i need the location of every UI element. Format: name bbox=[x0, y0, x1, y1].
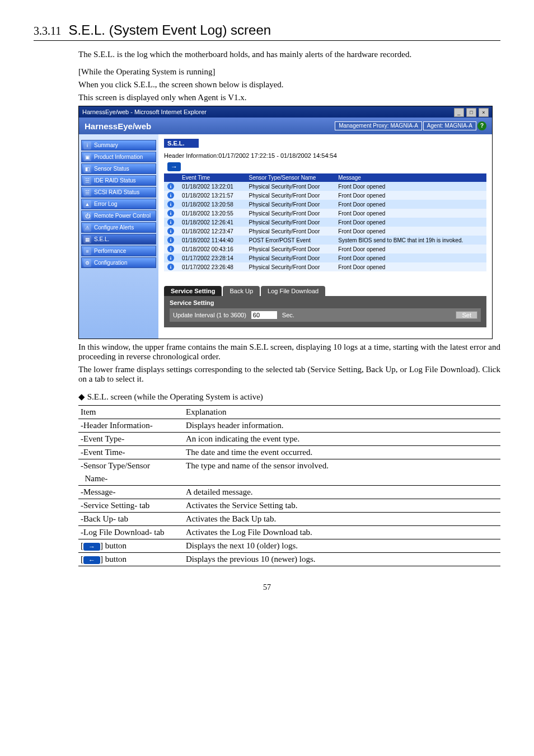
table-row: i01/18/2002 13:21:57Physical Security/Fr… bbox=[164, 191, 486, 200]
disk-icon: ☱ bbox=[83, 177, 91, 185]
section-heading: 3.3.11 S.E.L. (System Event Log) screen bbox=[34, 22, 500, 38]
info-icon: i bbox=[167, 201, 174, 208]
cell-sensor: Physical Security/Front Door bbox=[246, 200, 335, 209]
tab-service-setting[interactable]: Service Setting bbox=[164, 286, 222, 296]
cell-message: Front Door opened bbox=[335, 253, 486, 262]
cell-event-time: 01/18/2002 12:26:41 bbox=[179, 218, 246, 227]
cell-sensor: Physical Security/Front Door bbox=[246, 245, 335, 253]
table-row: i01/18/2002 11:44:40POST Error/POST Even… bbox=[164, 236, 486, 245]
cell-event-time: 01/18/2002 12:23:47 bbox=[179, 227, 246, 236]
service-setting-panel: Service Setting Update Interval (1 to 36… bbox=[164, 296, 486, 327]
cell-sensor: Physical Security/Front Door bbox=[246, 209, 335, 218]
info-icon: i bbox=[167, 183, 174, 190]
tab-log-file-download[interactable]: Log File Download bbox=[261, 286, 325, 296]
page-number: 57 bbox=[34, 583, 500, 592]
sidebar-item-scsi-raid[interactable]: ☱SCSI RAID Status bbox=[81, 187, 156, 198]
exp-item: -Event Time- bbox=[78, 446, 184, 459]
exp-table-heading: ◆ S.E.L. screen (while the Operating Sys… bbox=[78, 392, 500, 402]
note-running: [While the Operating System is running] bbox=[78, 67, 500, 77]
panel-title: S.E.L. bbox=[164, 139, 199, 148]
cell-sensor: Physical Security/Front Door bbox=[246, 227, 335, 236]
cell-sensor: Physical Security/Front Door bbox=[246, 191, 335, 200]
cell-event-time: 01/18/2002 11:44:40 bbox=[179, 236, 246, 245]
next-arrow-icon: → bbox=[83, 543, 100, 551]
interval-input[interactable] bbox=[251, 311, 278, 320]
exp-explanation: The date and time the event occurred. bbox=[184, 446, 500, 459]
tab-back-up[interactable]: Back Up bbox=[223, 286, 260, 296]
cell-message: Front Door opened bbox=[335, 227, 486, 236]
list-item: [→] buttonDisplays the next 10 (older) l… bbox=[78, 539, 500, 553]
sidebar-item-label: Sensor Status bbox=[94, 166, 129, 172]
cell-sensor: Physical Security/Front Door bbox=[246, 182, 335, 191]
list-item: -Message-A detailed message. bbox=[78, 486, 500, 499]
close-button[interactable]: × bbox=[479, 108, 489, 117]
next-page-button[interactable]: → bbox=[167, 162, 181, 171]
maximize-button[interactable]: □ bbox=[466, 108, 476, 117]
sidebar-item-ide-raid[interactable]: ☱IDE RAID Status bbox=[81, 175, 156, 186]
cell-event-time: 01/18/2002 13:22:01 bbox=[179, 182, 246, 191]
window-title: HarnessEye/web - Microsoft Internet Expl… bbox=[82, 106, 207, 118]
exp-explanation: Activates the Back Up tab. bbox=[184, 513, 500, 526]
note-click: When you click S.E.L., the screen shown … bbox=[78, 80, 500, 90]
list-item: [←] buttonDisplays the previous 10 (newe… bbox=[78, 553, 500, 566]
exp-explanation: The type and name of the sensor involved… bbox=[184, 459, 500, 473]
sidebar-item-error-log[interactable]: ▲Error Log bbox=[81, 199, 156, 209]
exp-item: -Service Setting- tab bbox=[78, 499, 184, 513]
exp-col-item: Item bbox=[78, 406, 184, 419]
sidebar-item-remote-power[interactable]: ⏻Remote Power Control bbox=[81, 210, 156, 221]
table-row: i01/18/2002 13:20:55Physical Security/Fr… bbox=[164, 209, 486, 218]
intro-text: The S.E.L. is the log which the motherbo… bbox=[78, 50, 500, 59]
sidebar-item-label: SCSI RAID Status bbox=[94, 189, 139, 195]
sidebar-item-summary[interactable]: iSummary bbox=[81, 140, 156, 151]
window-buttons: _ □ × bbox=[453, 106, 489, 118]
cell-message: Front Door opened bbox=[335, 245, 486, 253]
sidebar-item-configuration[interactable]: ⚙Configuration bbox=[81, 257, 156, 268]
exp-explanation: Displays header information. bbox=[184, 419, 500, 433]
exp-item: -Back Up- tab bbox=[78, 513, 184, 526]
sidebar-item-config-alerts[interactable]: ⚠Configure Alerts bbox=[81, 222, 156, 233]
window-titlebar: HarnessEye/web - Microsoft Internet Expl… bbox=[79, 106, 492, 118]
cell-sensor: Physical Security/Front Door bbox=[246, 262, 335, 271]
exp-col-explanation: Explanation bbox=[184, 406, 500, 419]
agent-label: Agent: MAGNIA-A bbox=[423, 121, 476, 130]
sec-label: Sec. bbox=[282, 312, 294, 318]
info-icon: i bbox=[167, 237, 174, 243]
exp-item: Name- bbox=[78, 472, 184, 486]
exp-item: -Message- bbox=[78, 486, 184, 499]
explanation-table: Item Explanation -Header Information-Dis… bbox=[78, 405, 500, 566]
app-header: HarnessEye/web Management Proxy: MAGNIA-… bbox=[79, 118, 492, 134]
after-text-1: In this window, the upper frame contains… bbox=[78, 342, 500, 361]
sidebar-item-label: Summary bbox=[94, 142, 118, 148]
sidebar-item-performance[interactable]: ≡Performance bbox=[81, 246, 156, 256]
table-row: i01/17/2002 23:28:14Physical Security/Fr… bbox=[164, 253, 486, 262]
cell-event-time: 01/17/2002 23:26:48 bbox=[179, 262, 246, 271]
col-message: Message bbox=[335, 173, 486, 182]
sidebar-item-label: Remote Power Control bbox=[94, 213, 151, 219]
cell-event-time: 01/18/2002 00:43:16 bbox=[179, 245, 246, 253]
col-sensor: Sensor Type/Sensor Name bbox=[246, 173, 335, 182]
minimize-button[interactable]: _ bbox=[454, 108, 464, 117]
list-item: -Event Type-An icon indicating the event… bbox=[78, 433, 500, 446]
section-title: S.E.L. (System Event Log) screen bbox=[69, 22, 271, 37]
table-row: i01/17/2002 23:26:48Physical Security/Fr… bbox=[164, 262, 486, 271]
cell-message: Front Door opened bbox=[335, 262, 486, 271]
sidebar-item-sensor[interactable]: ◧Sensor Status bbox=[81, 163, 156, 174]
sidebar-item-sel[interactable]: ▦S.E.L. bbox=[81, 234, 156, 245]
bell-icon: ⚠ bbox=[83, 224, 91, 232]
table-row: i01/18/2002 13:22:01Physical Security/Fr… bbox=[164, 182, 486, 191]
help-icon[interactable]: ? bbox=[477, 121, 486, 130]
brand-logo: HarnessEye/web bbox=[85, 121, 151, 131]
table-row: i01/18/2002 00:43:16Physical Security/Fr… bbox=[164, 245, 486, 253]
list-item: Name- bbox=[78, 472, 500, 486]
exp-explanation: Displays the next 10 (older) logs. bbox=[184, 539, 500, 553]
info-icon: i bbox=[167, 228, 174, 234]
chip-icon: ▣ bbox=[83, 153, 91, 161]
sidebar-item-product[interactable]: ▣Product Information bbox=[81, 152, 156, 162]
exp-explanation: Displays the previous 10 (newer) logs. bbox=[184, 553, 500, 566]
sensor-icon: ◧ bbox=[83, 165, 91, 173]
info-icon: i bbox=[167, 210, 174, 217]
set-button[interactable]: Set bbox=[456, 311, 477, 319]
chart-icon: ≡ bbox=[83, 247, 91, 255]
list-item: -Event Time-The date and time the event … bbox=[78, 446, 500, 459]
sidebar-item-label: S.E.L. bbox=[94, 236, 109, 242]
